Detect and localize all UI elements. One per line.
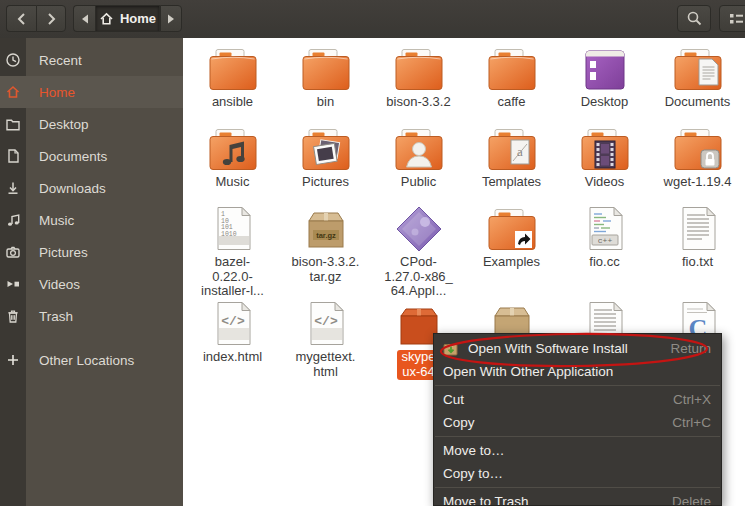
sidebar-item-videos[interactable]: Videos xyxy=(0,268,183,300)
path-next-button[interactable] xyxy=(160,5,182,32)
folder-templates-icon: a xyxy=(486,124,538,172)
file-item[interactable]: Pictures xyxy=(279,124,372,204)
file-item[interactable]: </> index.html xyxy=(186,299,279,439)
sidebar-item-desktop[interactable]: Desktop xyxy=(0,108,183,140)
folder-icon xyxy=(393,44,445,92)
view-options-button[interactable] xyxy=(719,5,745,32)
music-note-icon xyxy=(0,212,26,228)
menu-item-label: Move to Trash xyxy=(443,494,672,506)
file-item[interactable]: Documents xyxy=(651,44,744,124)
sidebar-item-downloads[interactable]: Downloads xyxy=(0,172,183,204)
sidebar-label: Pictures xyxy=(26,245,88,260)
menu-item-open-with-other-application[interactable]: Open With Other Application xyxy=(434,360,721,383)
file-name: CPod- 1.27.0-x86_ 64.AppI... xyxy=(384,255,453,299)
file-item[interactable]: wget-1.19.4 xyxy=(651,124,744,204)
sidebar-item-home[interactable]: Home xyxy=(0,76,183,108)
file-item[interactable]: bison-3.3.2 xyxy=(372,44,465,124)
menu-separator xyxy=(435,487,720,488)
file-item[interactable]: 1101011010 bazel- 0.22.0- installer-l... xyxy=(186,204,279,299)
svg-text:tar.gz: tar.gz xyxy=(316,231,336,240)
file-item[interactable]: caffe xyxy=(465,44,558,124)
file-item[interactable]: Videos xyxy=(558,124,651,204)
folder-public-icon xyxy=(393,124,445,172)
sidebar-item-other-locations[interactable]: Other Locations xyxy=(0,344,183,376)
home-icon xyxy=(99,11,114,26)
menu-item-label: Move to… xyxy=(443,443,711,458)
file-name: ansible xyxy=(212,95,253,110)
menu-item-copy-to[interactable]: Copy to… xyxy=(434,462,721,485)
file-item[interactable]: fio.txt xyxy=(651,204,744,299)
chevron-right-icon xyxy=(42,10,60,28)
sidebar-label: Downloads xyxy=(26,181,106,196)
sidebar-item-recent[interactable]: Recent xyxy=(0,44,183,76)
menu-item-label: Copy xyxy=(443,415,672,430)
menu-item-move-to-trash[interactable]: Move to Trash Delete xyxy=(434,490,721,506)
file-name: mygettext. html xyxy=(296,350,356,379)
file-item[interactable]: CPod- 1.27.0-x86_ 64.AppI... xyxy=(372,204,465,299)
folder-music-icon xyxy=(207,124,259,172)
menu-item-accel: Return xyxy=(670,341,711,356)
file-name: bison-3.3.2. tar.gz xyxy=(292,255,360,284)
cpp-file-icon: c++ xyxy=(579,204,631,252)
sidebar-label: Desktop xyxy=(26,117,89,132)
html-file-icon: </> xyxy=(207,299,259,347)
file-item[interactable]: ansible xyxy=(186,44,279,124)
file-name: Desktop xyxy=(581,95,629,110)
menu-item-label: Cut xyxy=(443,392,673,407)
triangle-right-icon xyxy=(165,12,177,26)
file-name: index.html xyxy=(203,350,262,365)
folder-icon xyxy=(207,44,259,92)
file-name: Pictures xyxy=(302,175,349,190)
menu-item-accel: Ctrl+C xyxy=(672,415,711,430)
menu-item-copy[interactable]: Copy Ctrl+C xyxy=(434,411,721,434)
file-name: Videos xyxy=(585,175,625,190)
file-item[interactable]: tar.gz bison-3.3.2. tar.gz xyxy=(279,204,372,299)
triangle-left-icon xyxy=(79,12,91,26)
desktop-icon xyxy=(579,44,631,92)
file-name: Templates xyxy=(482,175,541,190)
menu-item-open-with-software-install[interactable]: Open With Software Install Return xyxy=(434,337,721,360)
menu-item-move-to[interactable]: Move to… xyxy=(434,439,721,462)
file-item[interactable]: bin xyxy=(279,44,372,124)
folder-pictures-icon xyxy=(300,124,352,172)
sidebar-label: Videos xyxy=(26,277,80,292)
svg-text:c++: c++ xyxy=(597,236,612,245)
appimage-icon xyxy=(393,204,445,252)
menu-item-cut[interactable]: Cut Ctrl+X xyxy=(434,388,721,411)
folder-shortcut-icon xyxy=(486,204,538,252)
menu-item-accel: Ctrl+X xyxy=(673,392,711,407)
sidebar-item-documents[interactable]: Documents xyxy=(0,140,183,172)
menu-item-label: Open With Software Install xyxy=(468,341,670,356)
sidebar-item-music[interactable]: Music xyxy=(0,204,183,236)
sidebar-label: Recent xyxy=(26,53,82,68)
sidebar: Recent Home Desktop Documents Downloads … xyxy=(0,38,183,506)
download-icon xyxy=(0,180,26,196)
forward-button[interactable] xyxy=(36,5,66,32)
chevron-left-icon xyxy=(13,10,31,28)
sidebar-item-trash[interactable]: Trash xyxy=(0,300,183,332)
svg-text:a: a xyxy=(517,144,523,159)
back-button[interactable] xyxy=(6,5,36,32)
file-item[interactable]: Desktop xyxy=(558,44,651,124)
file-item[interactable]: c++ fio.cc xyxy=(558,204,651,299)
path-home-button[interactable]: Home xyxy=(95,5,160,32)
sidebar-label: Documents xyxy=(26,149,107,164)
file-item[interactable]: Public xyxy=(372,124,465,204)
file-name: Examples xyxy=(483,255,540,270)
file-item[interactable]: a Templates xyxy=(465,124,558,204)
file-item[interactable]: </> mygettext. html xyxy=(279,299,372,439)
sidebar-item-pictures[interactable]: Pictures xyxy=(0,236,183,268)
svg-text:1010: 1010 xyxy=(221,231,237,238)
sidebar-label: Other Locations xyxy=(26,353,134,368)
file-item[interactable]: Music xyxy=(186,124,279,204)
search-icon xyxy=(686,10,703,27)
file-item[interactable]: Examples xyxy=(465,204,558,299)
file-name: wget-1.19.4 xyxy=(664,175,732,190)
file-name: caffe xyxy=(498,95,526,110)
path-prev-button[interactable] xyxy=(73,5,95,32)
toolbar: Home xyxy=(0,0,745,39)
folder-icon xyxy=(0,116,26,132)
file-name: Documents xyxy=(665,95,731,110)
binary-file-icon: 1101011010 xyxy=(207,204,259,252)
search-button[interactable] xyxy=(677,5,711,32)
